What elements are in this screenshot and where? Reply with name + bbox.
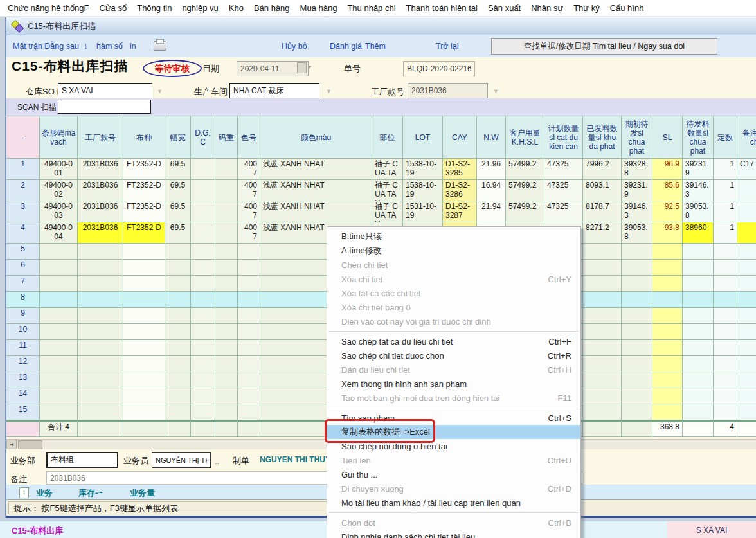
context-menu-item-21[interactable]: Mo tài lieu tham khao / tài lieu cap tre…: [327, 496, 580, 510]
grid-cell-num[interactable]: 13: [6, 372, 40, 388]
grid-cell-begin_wait[interactable]: [622, 356, 652, 372]
grid-cell-issued[interactable]: [583, 404, 622, 420]
column-header-note[interactable]: 备注 ghi chú: [737, 116, 756, 159]
menubar-item-6[interactable]: Bán hàng: [249, 1, 295, 15]
grid-cell-part[interactable]: 袖子 C UA TAY: [372, 180, 403, 201]
grid-cell-num[interactable]: 11: [6, 340, 40, 356]
grid-cell-fixed[interactable]: [714, 388, 737, 404]
column-header-dgc[interactable]: D.G.C: [191, 116, 215, 159]
grid-cell-barcode[interactable]: 49400-004: [40, 222, 78, 244]
column-header-color[interactable]: 颜色màu: [260, 116, 372, 159]
menubar-item-13[interactable]: Cấu hình: [605, 1, 649, 15]
grid-cell-barcode[interactable]: [40, 260, 78, 276]
grid-cell-factory[interactable]: [78, 388, 123, 404]
grid-cell-dgc[interactable]: [191, 180, 215, 201]
grid-cell-begin_wait[interactable]: [622, 404, 652, 420]
grid-cell-begin_wait[interactable]: 39146.3: [622, 201, 652, 222]
context-menu-item-24[interactable]: Dinh nghia danh sách chi tiet tài lieu: [327, 530, 580, 538]
grid-cell-fabric[interactable]: [123, 372, 165, 388]
column-header-sl[interactable]: SL: [652, 116, 683, 159]
grid-cell-weight[interactable]: [215, 356, 238, 372]
context-menu-item-2[interactable]: A.time修改: [327, 244, 580, 258]
menubar-item-3[interactable]: Thông tin: [132, 1, 177, 15]
grid-cell-factory[interactable]: 2031B036: [78, 159, 123, 180]
context-menu-item-9[interactable]: Sao chép tat ca du lieu chi tietCtrl+F: [327, 334, 580, 348]
menubar-item-5[interactable]: Kho: [224, 1, 249, 15]
grid-cell-color_no[interactable]: [238, 340, 260, 356]
column-header-width[interactable]: 幅宽: [165, 116, 191, 159]
grid-cell-barcode[interactable]: [40, 404, 78, 420]
column-header-begin_wait[interactable]: 期初待发sl chua phat: [622, 116, 652, 159]
grid-cell-issued[interactable]: [583, 324, 622, 340]
grid-cell-dgc[interactable]: [191, 404, 215, 420]
grid-cell-barcode[interactable]: [40, 356, 78, 372]
doc-no-field[interactable]: [403, 61, 475, 76]
grid-cell-cay[interactable]: D1-S2-3287: [443, 201, 477, 222]
grid-cell-width[interactable]: 69.5: [165, 222, 191, 244]
grid-cell-barcode[interactable]: [40, 388, 78, 404]
grid-cell-color[interactable]: 浅蓝 XANH NHAT: [260, 180, 372, 201]
grid-cell-part[interactable]: 袖子 C UA TAY: [372, 201, 403, 222]
grid-cell-begin_wait[interactable]: [622, 276, 652, 292]
grid-cell-width[interactable]: [165, 308, 191, 324]
grid-cell-nw[interactable]: 21.94: [477, 201, 506, 222]
grid-cell-wait_issue[interactable]: [683, 292, 714, 308]
grid-cell-cay[interactable]: D1-S2-3285: [443, 159, 477, 180]
grid-cell-issued[interactable]: [583, 372, 622, 388]
column-header-cay[interactable]: CAY: [443, 116, 477, 159]
grid-cell-issued[interactable]: 8271.2: [583, 222, 622, 244]
grid-cell-dgc[interactable]: [191, 292, 215, 308]
grid-cell-fabric[interactable]: [123, 260, 165, 276]
scan-input[interactable]: [58, 100, 151, 114]
grid-cell-sl[interactable]: [652, 388, 683, 404]
grid-cell-sl[interactable]: [652, 244, 683, 260]
grid-cell-color[interactable]: 浅蓝 XANH NHAT: [260, 201, 372, 222]
dept-field[interactable]: [46, 452, 118, 468]
grid-cell-dgc[interactable]: [191, 222, 215, 244]
grid-cell-width[interactable]: [165, 388, 191, 404]
grid-cell-sl[interactable]: [652, 340, 683, 356]
grid-cell-color[interactable]: 浅蓝 XANH NHAT: [260, 159, 372, 180]
grid-cell-note[interactable]: [737, 276, 756, 292]
grid-cell-weight[interactable]: [215, 340, 238, 356]
grid-cell-width[interactable]: 69.5: [165, 159, 191, 180]
grid-cell-fixed[interactable]: [714, 292, 737, 308]
grid-cell-fabric[interactable]: [123, 324, 165, 340]
grid-cell-barcode[interactable]: [40, 308, 78, 324]
grid-cell-factory[interactable]: 2031B036: [78, 222, 123, 244]
grid-cell-factory[interactable]: [78, 372, 123, 388]
grid-cell-num[interactable]: 8: [6, 292, 40, 308]
grid-cell-weight[interactable]: [215, 201, 238, 222]
grid-cell-dgc[interactable]: [191, 324, 215, 340]
grid-cell-dgc[interactable]: [191, 159, 215, 180]
grid-cell-wait_issue[interactable]: [683, 372, 714, 388]
grid-cell-factory[interactable]: [78, 292, 123, 308]
grid-cell-fixed[interactable]: [714, 324, 737, 340]
context-menu-item-19[interactable]: Gui thu ...: [327, 467, 580, 481]
grid-cell-plan[interactable]: 47325: [544, 159, 583, 180]
grid-cell-issued[interactable]: [583, 308, 622, 324]
grid-cell-note[interactable]: [737, 292, 756, 308]
grid-cell-nw[interactable]: 16.94: [477, 180, 506, 201]
refresh-doc-icon[interactable]: ↕: [19, 487, 29, 498]
grid-cell-sl[interactable]: [652, 404, 683, 420]
menubar-item-2[interactable]: Cửa sổ: [94, 1, 132, 15]
warehouse-field[interactable]: [58, 83, 152, 98]
column-header-color_no[interactable]: 色号: [238, 116, 260, 159]
grid-cell-wait_issue[interactable]: [683, 404, 714, 420]
grid-cell-weight[interactable]: [215, 404, 238, 420]
grid-cell-fixed[interactable]: [714, 276, 737, 292]
context-menu-item-12[interactable]: Xem thong tin hình anh san pham: [327, 377, 580, 391]
grid-cell-fabric[interactable]: [123, 388, 165, 404]
grid-cell-note[interactable]: [737, 324, 756, 340]
grid-cell-fabric[interactable]: [123, 340, 165, 356]
grid-cell-factory[interactable]: [78, 356, 123, 372]
grid-cell-color_no[interactable]: [238, 372, 260, 388]
grid-cell-num[interactable]: 7: [6, 276, 40, 292]
grid-cell-width[interactable]: [165, 372, 191, 388]
grid-cell-begin_wait[interactable]: [622, 260, 652, 276]
grid-cell-fabric[interactable]: [123, 276, 165, 292]
column-header-weight[interactable]: 码重: [215, 116, 238, 159]
grid-cell-wait_issue[interactable]: 39146.3: [683, 180, 714, 201]
grid-cell-factory[interactable]: [78, 340, 123, 356]
